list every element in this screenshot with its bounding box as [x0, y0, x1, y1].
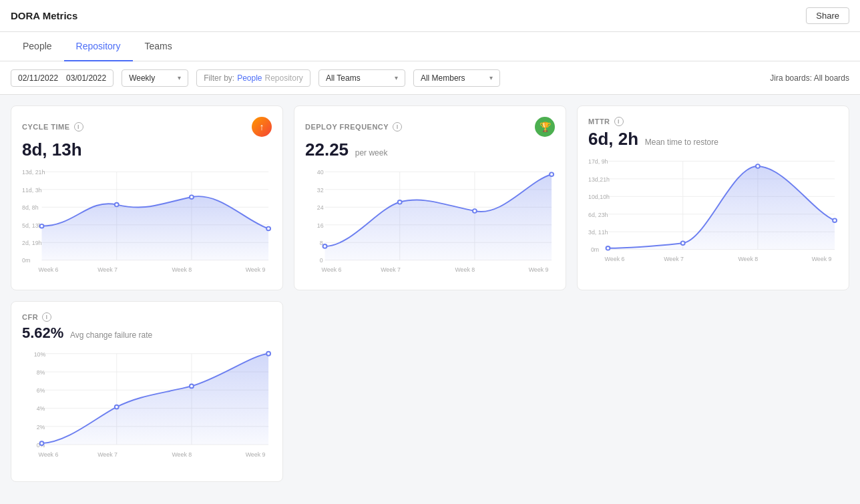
svg-text:6%: 6% — [37, 387, 45, 394]
period-label: Weekly — [129, 73, 155, 83]
deploy-frequency-title: DEPLOY FREQUENCY — [305, 123, 389, 131]
svg-text:Week 7: Week 7 — [97, 266, 118, 273]
svg-text:2%: 2% — [37, 424, 45, 431]
cfr-info-icon[interactable]: i — [42, 312, 51, 322]
cycle-time-title-row: CYCLE TIME i — [22, 122, 83, 132]
svg-text:5d, 13h: 5d, 13h — [22, 222, 42, 229]
mttr-value: 6d, 2h — [588, 129, 638, 149]
svg-text:Week 6: Week 6 — [605, 256, 625, 262]
members-label: All Members — [421, 73, 465, 83]
svg-text:Week 8: Week 8 — [455, 266, 475, 273]
date-from: 02/11/2022 — [18, 73, 58, 83]
deploy-frequency-badge: 🏆 — [535, 117, 555, 137]
svg-text:8%: 8% — [37, 369, 45, 376]
svg-text:17d, 9h: 17d, 9h — [588, 158, 608, 165]
cycle-time-header: CYCLE TIME i ↑ — [22, 117, 272, 137]
deploy-frequency-value-row: 22.25 per week — [305, 140, 555, 160]
cfr-chart-container: 10% 8% 6% 4% 2% 0% Week 6 Week 7 Week 8 … — [22, 347, 272, 471]
arrow-up-icon: ↑ — [260, 121, 264, 132]
cfr-card: CFR i 5.62% Avg change failure rate — [11, 301, 283, 482]
filter-repository[interactable]: Repository — [265, 73, 303, 83]
mttr-card: MTTR i 6d, 2h Mean time to restore — [577, 105, 849, 290]
deploy-frequency-chart: 40 32 24 16 8 0 Week 6 Week 7 Week 8 Wee… — [305, 166, 555, 279]
cycle-time-chart: 13d, 21h 11d, 3h 8d, 8h 5d, 13h 2d, 19h … — [22, 166, 272, 279]
svg-text:Week 9: Week 9 — [246, 266, 266, 273]
cfr-chart: 10% 8% 6% 4% 2% 0% Week 6 Week 7 Week 8 … — [22, 347, 272, 471]
svg-text:Week 9: Week 9 — [812, 256, 832, 262]
cycle-time-title: CYCLE TIME — [22, 123, 70, 131]
mttr-chart: 17d, 9h 13d,21h 10d,10h 6d, 23h 3d, 11h … — [588, 155, 838, 268]
top-bar: DORA Metrics Share — [0, 0, 860, 32]
svg-text:13d,21h: 13d,21h — [588, 176, 610, 183]
svg-point-16 — [190, 195, 194, 199]
cfr-header: CFR i — [22, 312, 272, 322]
svg-text:0m: 0m — [591, 247, 599, 254]
svg-text:3d, 11h: 3d, 11h — [588, 229, 608, 236]
deploy-frequency-info-icon[interactable]: i — [393, 122, 402, 132]
mttr-header: MTTR i — [588, 117, 838, 126]
empty-cell-1 — [294, 301, 566, 482]
svg-text:0m: 0m — [22, 258, 30, 264]
chevron-down-icon: ▾ — [489, 74, 493, 81]
trophy-icon: 🏆 — [540, 121, 551, 132]
deploy-frequency-header: DEPLOY FREQUENCY i 🏆 — [305, 117, 555, 137]
mttr-title-row: MTTR i — [588, 117, 624, 126]
svg-text:10d,10h: 10d,10h — [588, 194, 610, 200]
svg-text:13d, 21h: 13d, 21h — [22, 169, 45, 176]
filter-people[interactable]: People — [237, 73, 262, 83]
cfr-sub: Avg change failure rate — [70, 330, 152, 340]
mttr-chart-container: 17d, 9h 13d,21h 10d,10h 6d, 23h 3d, 11h … — [588, 155, 838, 268]
svg-point-81 — [115, 405, 119, 409]
teams-select[interactable]: All Teams ▾ — [318, 69, 405, 87]
cfr-title: CFR — [22, 313, 38, 321]
mttr-info-icon[interactable]: i — [614, 117, 624, 126]
svg-point-36 — [323, 244, 327, 248]
svg-text:Week 9: Week 9 — [246, 451, 266, 458]
svg-text:6d, 23h: 6d, 23h — [588, 212, 608, 218]
mttr-title: MTTR — [588, 117, 610, 125]
cfr-value: 5.62% — [22, 324, 63, 341]
date-to: 03/01/2022 — [66, 73, 106, 83]
svg-point-83 — [266, 352, 270, 356]
svg-point-80 — [40, 441, 44, 445]
toolbar: 02/11/2022 03/01/2022 Weekly ▾ Filter by… — [0, 61, 860, 95]
chevron-down-icon: ▾ — [395, 74, 398, 81]
svg-text:10%: 10% — [34, 351, 46, 358]
svg-point-59 — [681, 241, 685, 245]
mttr-sub: Mean time to restore — [645, 138, 718, 147]
svg-text:Week 8: Week 8 — [172, 266, 192, 273]
svg-text:Week 6: Week 6 — [39, 266, 59, 273]
cycle-time-info-icon[interactable]: i — [74, 122, 83, 132]
cycle-time-badge: ↑ — [252, 117, 272, 137]
svg-point-38 — [473, 209, 477, 213]
svg-text:24: 24 — [317, 204, 324, 211]
deploy-frequency-value: 22.25 — [305, 140, 349, 160]
mttr-value-row: 6d, 2h Mean time to restore — [588, 129, 838, 150]
cycle-time-value: 8d, 13h — [22, 140, 272, 160]
svg-text:11d, 3h: 11d, 3h — [22, 187, 42, 194]
deploy-frequency-sub: per week — [355, 148, 388, 158]
share-button[interactable]: Share — [806, 7, 849, 24]
svg-text:Week 8: Week 8 — [172, 451, 192, 458]
svg-text:Week 6: Week 6 — [322, 266, 342, 273]
members-select[interactable]: All Members ▾ — [413, 69, 500, 87]
dashboard-content: CYCLE TIME i ↑ 8d, 13h 13d, 21h — [0, 95, 860, 493]
period-select[interactable]: Weekly ▾ — [122, 69, 188, 87]
tab-people[interactable]: People — [11, 32, 64, 61]
app-title: DORA Metrics — [11, 10, 77, 21]
tab-teams[interactable]: Teams — [133, 32, 184, 61]
svg-text:Week 7: Week 7 — [664, 256, 684, 262]
svg-text:Week 6: Week 6 — [39, 451, 59, 458]
svg-text:8d, 8h: 8d, 8h — [22, 204, 39, 211]
svg-point-39 — [550, 172, 554, 176]
filter-label: Filter by: — [204, 73, 234, 83]
svg-text:16: 16 — [317, 222, 324, 229]
svg-point-17 — [266, 227, 270, 231]
date-range-picker[interactable]: 02/11/2022 03/01/2022 — [11, 69, 114, 87]
deploy-frequency-title-row: DEPLOY FREQUENCY i — [305, 122, 402, 132]
svg-point-15 — [115, 203, 119, 207]
deploy-frequency-chart-container: 40 32 24 16 8 0 Week 6 Week 7 Week 8 Wee… — [305, 166, 555, 279]
jira-info: Jira boards: All boards — [770, 73, 849, 83]
tab-repository[interactable]: Repository — [64, 32, 133, 61]
svg-point-37 — [398, 200, 402, 204]
